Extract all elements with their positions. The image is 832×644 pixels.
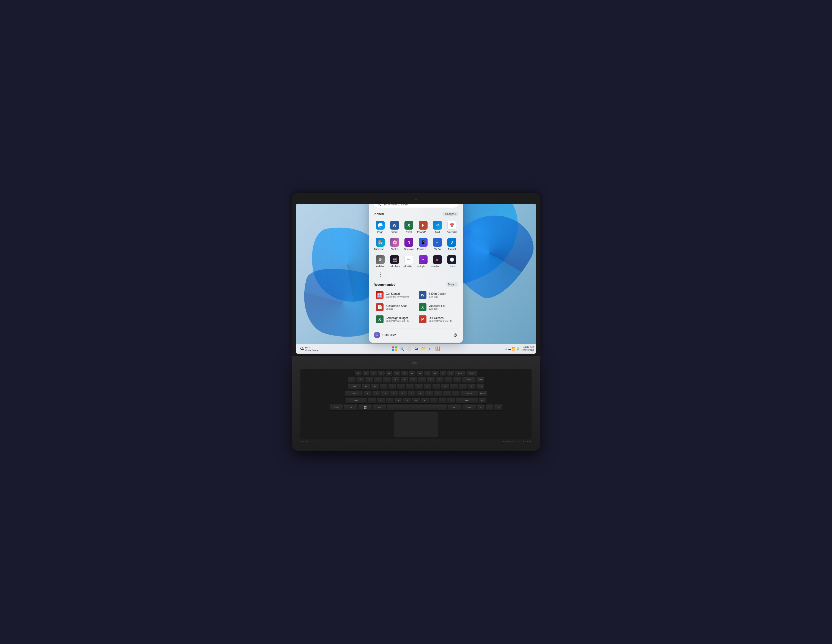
app-phone-link[interactable]: 📱 Phone Link bbox=[416, 236, 430, 252]
key-backtick[interactable]: ` bbox=[347, 377, 356, 383]
system-tray[interactable]: ∧ ☁ 📶 🔋 bbox=[505, 347, 520, 351]
app-photos[interactable]: 🌸 Photos bbox=[388, 236, 401, 252]
key-n[interactable]: N bbox=[412, 397, 420, 403]
key-a[interactable]: A bbox=[363, 390, 372, 396]
app-snipping[interactable]: ✂ Snipping Tool bbox=[416, 254, 430, 270]
key-home[interactable]: HOME bbox=[476, 377, 485, 383]
rec-sustainable[interactable]: 📄 Sustainable Seas 2h ago bbox=[374, 302, 416, 313]
key-9[interactable]: 9 bbox=[427, 377, 435, 383]
key-6[interactable]: 6 bbox=[400, 377, 408, 383]
app-journal[interactable]: J Journal bbox=[445, 236, 458, 252]
key-period[interactable]: . bbox=[438, 397, 446, 403]
key-lbracket[interactable]: [ bbox=[450, 384, 458, 390]
app-powerpoint[interactable]: P PowerPoint bbox=[416, 219, 430, 235]
key-r[interactable]: R bbox=[388, 384, 397, 390]
key-comma[interactable]: , bbox=[429, 397, 438, 403]
start-button[interactable] bbox=[392, 346, 398, 352]
key-t[interactable]: T bbox=[397, 384, 405, 390]
key-c[interactable]: C bbox=[386, 397, 394, 403]
rec-tshirt[interactable]: W T-Shirt Design 17m ago bbox=[416, 289, 458, 300]
key-arrow-down[interactable]: ▽ bbox=[485, 404, 494, 410]
key-pgup[interactable]: PG UP bbox=[476, 384, 485, 390]
key-v[interactable]: V bbox=[394, 397, 403, 403]
key-f10[interactable]: F10 bbox=[432, 371, 439, 376]
search-bar[interactable]: 🔍 bbox=[374, 204, 458, 208]
key-space[interactable] bbox=[387, 404, 447, 410]
key-s[interactable]: S bbox=[372, 390, 381, 396]
key-f8[interactable]: F8 bbox=[416, 371, 424, 376]
key-q[interactable]: Q bbox=[362, 384, 370, 390]
weather-widget[interactable]: 🌤 68°F Mostly Sunny bbox=[298, 346, 320, 352]
key-prtsc[interactable]: PRT SC bbox=[455, 371, 466, 376]
key-f11[interactable]: F11 bbox=[439, 371, 446, 376]
key-o[interactable]: O bbox=[432, 384, 440, 390]
key-end[interactable]: END bbox=[478, 397, 487, 403]
key-backspace[interactable]: BKSP bbox=[462, 377, 476, 383]
key-windows[interactable] bbox=[358, 404, 372, 410]
key-tab[interactable]: TAB bbox=[347, 384, 361, 390]
key-3[interactable]: 3 bbox=[374, 377, 382, 383]
key-alt-right[interactable]: ALT bbox=[448, 404, 462, 410]
rec-volunteer[interactable]: X Volunteer List 12h ago bbox=[416, 302, 458, 313]
key-pgdn[interactable]: PG DN bbox=[479, 390, 487, 396]
key-f5[interactable]: F5 bbox=[393, 371, 400, 376]
key-5[interactable]: 5 bbox=[392, 377, 400, 383]
key-f7[interactable]: F7 bbox=[408, 371, 416, 376]
key-z[interactable]: Z bbox=[368, 397, 376, 403]
key-y[interactable]: Y bbox=[406, 384, 414, 390]
key-0[interactable]: 0 bbox=[435, 377, 444, 383]
key-f6[interactable]: F6 bbox=[401, 371, 408, 376]
key-f[interactable]: F bbox=[390, 390, 398, 396]
key-esc[interactable]: ESC bbox=[355, 371, 362, 376]
key-slash[interactable]: / bbox=[447, 397, 455, 403]
touchpad[interactable] bbox=[394, 412, 438, 437]
key-alt-left[interactable]: ALT bbox=[373, 404, 386, 410]
app-word[interactable]: W Word bbox=[388, 219, 401, 235]
key-arrow-right[interactable]: ▷ bbox=[494, 404, 502, 410]
rec-get-started[interactable]: 🪟 Get Started Welcome to Windows bbox=[374, 289, 416, 300]
key-i[interactable]: I bbox=[424, 384, 432, 390]
app-calculator[interactable]: 🧮 Calculator bbox=[388, 254, 401, 270]
key-h[interactable]: H bbox=[408, 390, 416, 396]
app-utilities[interactable]: ⚙ Utilities bbox=[374, 254, 387, 270]
rec-campaign[interactable]: X Campaign Budget Yesterday at 4:24 PM bbox=[374, 314, 416, 325]
key-8[interactable]: 8 bbox=[418, 377, 426, 383]
key-f3[interactable]: F3 bbox=[378, 371, 385, 376]
key-arrow-left[interactable]: ◁ bbox=[477, 404, 485, 410]
edge-taskbar-button[interactable]: e bbox=[427, 346, 434, 352]
key-shift-right[interactable]: SHIFT bbox=[456, 397, 478, 403]
key-b[interactable]: B bbox=[403, 397, 411, 403]
key-shift-left[interactable]: SHIFT bbox=[345, 397, 367, 403]
key-4[interactable]: 4 bbox=[383, 377, 391, 383]
task-view-button[interactable]: ⬜ bbox=[406, 346, 412, 352]
key-x[interactable]: X bbox=[377, 397, 385, 403]
key-g[interactable]: G bbox=[398, 390, 407, 396]
file-explorer-button[interactable]: 📁 bbox=[420, 346, 426, 352]
key-rbracket[interactable]: ] bbox=[459, 384, 467, 390]
app-whiteboard[interactable]: ✏ Whiteboard bbox=[402, 254, 416, 270]
key-f9[interactable]: F9 bbox=[424, 371, 431, 376]
key-quote[interactable]: ' bbox=[451, 390, 460, 396]
key-u[interactable]: U bbox=[414, 384, 423, 390]
key-l[interactable]: L bbox=[434, 390, 442, 396]
key-minus[interactable]: - bbox=[444, 377, 453, 383]
more-button[interactable]: More › bbox=[446, 282, 458, 287]
key-ctrl-left[interactable]: CTRL bbox=[330, 404, 343, 410]
search-input[interactable] bbox=[384, 204, 455, 206]
key-w[interactable]: W bbox=[371, 384, 379, 390]
key-equals[interactable]: = bbox=[453, 377, 461, 383]
key-d[interactable]: D bbox=[381, 390, 389, 396]
app-onenote[interactable]: N OneNote bbox=[402, 236, 416, 252]
key-enter[interactable]: ENTER bbox=[460, 390, 478, 396]
app-todo[interactable]: ✓ To Do bbox=[431, 236, 444, 252]
power-button[interactable]: ⏻ bbox=[452, 332, 458, 338]
search-taskbar-button[interactable]: 🔍 bbox=[398, 346, 405, 352]
user-info[interactable]: G Guri Holter bbox=[374, 332, 396, 338]
key-semicolon[interactable]: ; bbox=[443, 390, 451, 396]
key-f4[interactable]: F4 bbox=[386, 371, 393, 376]
app-edge[interactable]: Edge bbox=[374, 219, 387, 235]
key-f1[interactable]: F1 bbox=[362, 371, 370, 376]
key-p[interactable]: P bbox=[441, 384, 449, 390]
app-excel[interactable]: X Excel bbox=[402, 219, 416, 235]
key-delete[interactable]: DELETE bbox=[466, 371, 477, 376]
